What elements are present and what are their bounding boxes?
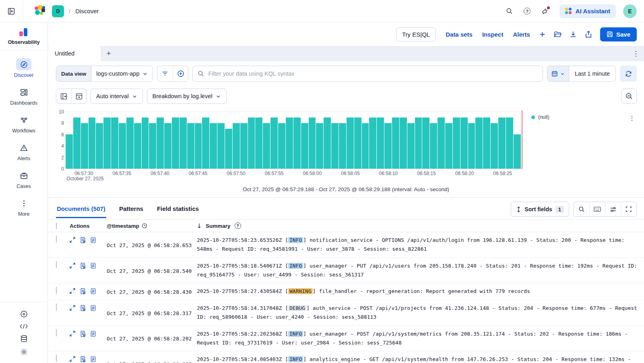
- histogram-bar[interactable]: [263, 123, 270, 169]
- documents-tab-field-statistics[interactable]: Field statistics: [156, 203, 200, 218]
- row-timestamp[interactable]: Oct 27, 2025 @ 06:58:28.430: [107, 287, 197, 296]
- histogram-bar[interactable]: [362, 123, 369, 169]
- histogram-bar[interactable]: [66, 134, 73, 169]
- histogram-bar[interactable]: [453, 118, 460, 169]
- histogram-bar[interactable]: [270, 118, 278, 169]
- calendar-menu-button[interactable]: [547, 66, 569, 81]
- histogram-bar[interactable]: [210, 123, 217, 169]
- histogram-bar[interactable]: [498, 118, 506, 169]
- sidebar-item-discover[interactable]: Discover: [0, 56, 47, 82]
- histogram-bar[interactable]: [89, 118, 96, 169]
- sidebar-item-workflows[interactable]: Workflows: [0, 111, 47, 138]
- view-document-icon[interactable]: [91, 356, 96, 362]
- chart-insights-button[interactable]: [621, 89, 637, 104]
- time-range-value[interactable]: Last 1 minute: [569, 66, 615, 81]
- histogram-bar[interactable]: [309, 118, 316, 169]
- tab-menu-kebab-icon[interactable]: ⋮: [628, 46, 644, 61]
- expand-row-icon[interactable]: [70, 288, 75, 294]
- tab-untitled[interactable]: Untitled: [48, 46, 101, 61]
- row-timestamp[interactable]: Oct 27, 2025 @ 06:58:28.202: [107, 330, 197, 348]
- view-details-icon[interactable]: [80, 305, 86, 311]
- row-timestamp[interactable]: Oct 27, 2025 @ 06:58:28.540: [107, 262, 197, 280]
- view-details-icon[interactable]: [80, 288, 86, 294]
- histogram-bar[interactable]: [233, 123, 240, 169]
- row-timestamp[interactable]: Oct 27, 2025 @ 06:58:28.317: [107, 304, 197, 322]
- histogram-bar[interactable]: [438, 118, 445, 169]
- user-avatar[interactable]: E: [623, 4, 637, 18]
- kql-search-input[interactable]: [208, 70, 537, 77]
- add-circle-icon[interactable]: [20, 310, 28, 318]
- view-document-icon[interactable]: [91, 331, 96, 337]
- histogram-bar[interactable]: [407, 123, 415, 169]
- ai-assistant-button[interactable]: AI Assistant: [559, 4, 616, 18]
- view-details-icon[interactable]: [80, 263, 86, 269]
- row-checkbox[interactable]: [56, 261, 57, 268]
- histogram-bar[interactable]: [225, 129, 232, 169]
- view-document-icon[interactable]: [91, 237, 96, 243]
- fullscreen-icon[interactable]: [621, 202, 636, 217]
- view-document-icon[interactable]: [91, 305, 96, 311]
- row-summary[interactable]: 2025-10-27T05:58:22.202368Z [INFO] user_…: [197, 330, 638, 348]
- space-badge[interactable]: D: [52, 5, 64, 17]
- toolbar-link-data-sets[interactable]: Data sets: [442, 29, 477, 40]
- view-details-icon[interactable]: [80, 237, 86, 243]
- search-in-table-icon[interactable]: [574, 202, 589, 217]
- legend-item[interactable]: (null): [531, 114, 549, 120]
- breakdown-dropdown[interactable]: Breakdown by log.level: [147, 89, 227, 104]
- histogram-bar[interactable]: [301, 123, 308, 169]
- select-all-checkbox[interactable]: [56, 223, 57, 229]
- histogram-bar[interactable]: [369, 118, 376, 169]
- row-checkbox[interactable]: [56, 235, 57, 243]
- view-details-icon[interactable]: [80, 331, 86, 337]
- histogram-bar[interactable]: [278, 123, 285, 169]
- data-management-icon[interactable]: [20, 335, 28, 342]
- view-details-icon[interactable]: [80, 356, 86, 362]
- toolbar-link-inspect[interactable]: Inspect: [478, 29, 508, 40]
- histogram-bar[interactable]: [384, 123, 392, 169]
- histogram-bar[interactable]: [96, 123, 103, 169]
- histogram-bar[interactable]: [134, 123, 141, 169]
- histogram-bar[interactable]: [415, 118, 422, 169]
- histogram-bar[interactable]: [514, 134, 521, 169]
- histogram-bar[interactable]: [339, 123, 346, 169]
- sort-fields-button[interactable]: Sort fields 1: [511, 202, 569, 217]
- histogram-bar[interactable]: [475, 118, 483, 169]
- documents-tab-documents[interactable]: Documents (507): [56, 203, 106, 218]
- plot-area[interactable]: [66, 112, 522, 169]
- collapse-chart-icon[interactable]: [71, 89, 86, 103]
- histogram-bar[interactable]: [506, 118, 513, 169]
- histogram-bar[interactable]: [195, 123, 202, 169]
- kql-search-box[interactable]: [192, 66, 543, 82]
- histogram-bar[interactable]: [255, 118, 262, 169]
- histogram-bar[interactable]: [422, 118, 429, 169]
- row-summary[interactable]: 2025-10-27T05:58:27.430584Z [WARNING] fi…: [197, 287, 638, 296]
- histogram-bar[interactable]: [126, 118, 134, 169]
- toolbar-link-alerts[interactable]: Alerts: [509, 29, 534, 40]
- nav-collapse-button[interactable]: [0, 0, 23, 23]
- share-icon[interactable]: [582, 27, 595, 41]
- global-search-button[interactable]: [502, 4, 517, 19]
- save-button[interactable]: Save: [600, 27, 637, 41]
- summary-help-icon[interactable]: ?: [235, 223, 241, 229]
- add-filter-button[interactable]: [173, 66, 188, 81]
- row-timestamp[interactable]: Oct 27, 2025 @ 06:58:28.653: [107, 236, 197, 254]
- histogram-bar[interactable]: [73, 118, 80, 169]
- filter-list-button[interactable]: [157, 66, 173, 81]
- expand-row-icon[interactable]: [70, 263, 75, 268]
- histogram-bar[interactable]: [172, 118, 179, 169]
- histogram-bar[interactable]: [331, 123, 339, 169]
- histogram-bar[interactable]: [460, 118, 468, 169]
- download-icon[interactable]: [566, 27, 580, 41]
- row-checkbox[interactable]: [56, 303, 57, 311]
- refresh-button[interactable]: [620, 66, 637, 82]
- row-timestamp[interactable]: Oct 27, 2025 @ 06:58:28.085: [107, 355, 197, 363]
- timestamp-column-header[interactable]: @timestamp: [107, 223, 197, 229]
- histogram-bar[interactable]: [248, 118, 255, 169]
- histogram-bar[interactable]: [316, 123, 323, 169]
- sidebar-item-alerts[interactable]: Alerts: [0, 139, 47, 165]
- histogram-bar[interactable]: [445, 123, 452, 169]
- data-view-picker[interactable]: Data view logs-custom-app: [56, 66, 153, 82]
- histogram-bar[interactable]: [164, 123, 171, 169]
- row-checkbox[interactable]: [56, 329, 57, 336]
- histogram-bar[interactable]: [430, 123, 437, 169]
